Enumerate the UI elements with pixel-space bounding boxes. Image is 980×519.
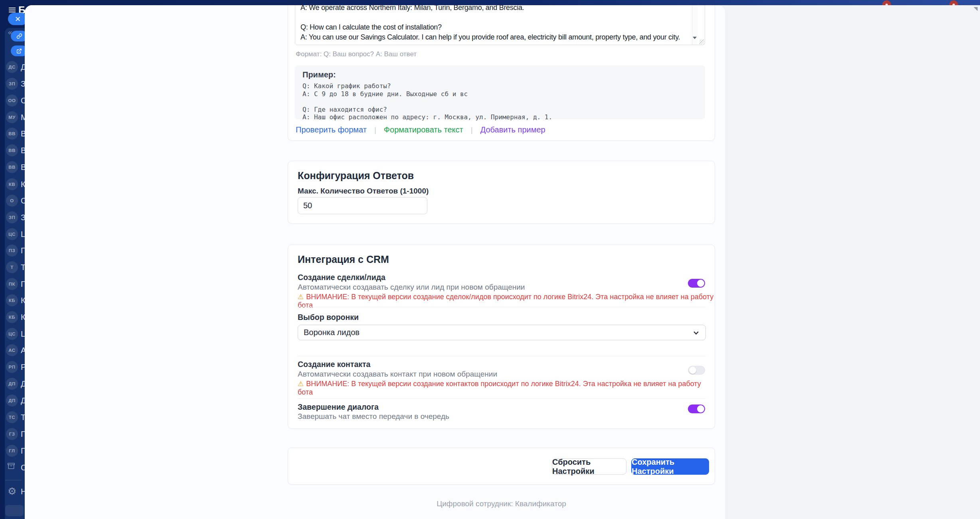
avatar: ВВ <box>6 128 18 140</box>
crm-title: Интеграция с CRM <box>298 254 389 265</box>
close-icon: ✕ <box>15 15 21 24</box>
finish-label: Завершение диалога <box>298 403 379 412</box>
avatar: ГЗ <box>6 428 18 440</box>
format-text-link[interactable]: Форматировать текст <box>384 125 463 134</box>
funnel-select[interactable]: Воронка лидов <box>298 325 706 340</box>
link-icon <box>16 33 22 39</box>
answers-title: Конфигурация Ответов <box>298 170 414 182</box>
max-answers-label: Макс. Количество Ответов (1-1000) <box>298 187 429 195</box>
gear-icon: ⚙ <box>8 486 16 496</box>
funnel-select-value: Воронка лидов <box>304 328 360 337</box>
deal-label: Создание сделки/лида <box>298 273 385 282</box>
contact-desc: Автоматически создавать контакт при ново… <box>298 370 497 379</box>
screen: Б « ДСДЗПЗОООМУМВВВВВВВВВКВКООЗПЗЦСЦПЗПТ… <box>0 0 980 519</box>
avatar: ДС <box>6 61 18 73</box>
avatar: КБ <box>6 311 18 323</box>
separator: | <box>374 126 376 134</box>
top-bar <box>0 0 980 5</box>
storage-icon <box>8 462 15 471</box>
avatar: ЗП <box>6 211 18 223</box>
divider <box>298 356 706 356</box>
avatar: Т <box>6 261 18 273</box>
contact-label: Создание контакта <box>298 360 370 369</box>
faq-actions: Проверить формат | Форматировать текст |… <box>296 125 545 134</box>
external-link-icon <box>16 48 22 54</box>
chevron-down-icon <box>694 330 698 334</box>
resize-grip-icon[interactable] <box>699 39 704 44</box>
settings-slider: ◥ A: We operate across Northern Italy: M… <box>25 5 980 519</box>
divider <box>298 399 706 399</box>
sidebar-divider <box>5 480 22 480</box>
contact-warning: ⚠ВНИМАНИЕ: В текущей версии создание кон… <box>298 380 715 397</box>
example-box: Пример: Q: Какой график работы? A: С 9 д… <box>295 65 705 119</box>
app-footer-caption: Цифровой сотрудник: Квалификатор <box>288 499 715 508</box>
warning-icon: ⚠ <box>298 380 304 388</box>
actions-card: Сбросить Настройки Сохранить Настройки <box>288 448 715 485</box>
avatar: ЦС <box>6 228 18 240</box>
deal-toggle[interactable] <box>688 279 705 288</box>
crm-card: Интеграция с CRM Создание сделки/лида Ав… <box>288 245 715 429</box>
avatar: ЦС <box>6 328 18 340</box>
funnel-label: Выбор воронки <box>298 313 359 322</box>
reset-settings-button[interactable]: Сбросить Настройки <box>552 458 626 475</box>
add-example-link[interactable]: Добавить пример <box>480 125 545 134</box>
avatar: ВВ <box>6 161 18 173</box>
avatar: ТС <box>6 411 18 423</box>
corner-grip-icon: ◥ <box>974 6 978 11</box>
check-format-link[interactable]: Проверить формат <box>296 125 367 134</box>
avatar: КВ <box>6 178 18 190</box>
divider <box>298 307 706 307</box>
max-answers-input[interactable] <box>298 197 427 214</box>
avatar: РП <box>6 361 18 373</box>
avatar: КБ <box>6 294 18 306</box>
avatar: МУ <box>6 111 18 123</box>
finish-desc: Завершать чат вместо передачи в очередь <box>298 412 449 421</box>
deal-desc: Автоматически создавать сделку или лид п… <box>298 283 525 292</box>
menu-icon[interactable] <box>9 8 16 12</box>
avatar: ПК <box>6 278 18 290</box>
avatar: ВВ <box>6 144 18 156</box>
scroll-down-icon[interactable] <box>693 37 697 39</box>
faq-card: A: We operate across Northern Italy: Mil… <box>288 5 715 141</box>
textarea-scrollbar[interactable] <box>692 5 698 45</box>
avatar: О <box>6 195 18 207</box>
avatar: ДП <box>6 395 18 407</box>
format-hint: Формат: Q: Ваш вопрос? A: Ваш ответ <box>296 50 417 58</box>
warning-icon: ⚠ <box>298 293 304 301</box>
avatar: АС <box>6 344 18 356</box>
settings-app: A: We operate across Northern Italy: Mil… <box>25 5 725 519</box>
finish-toggle[interactable] <box>688 405 705 413</box>
avatar: ЗП <box>6 78 18 90</box>
separator: | <box>471 126 473 134</box>
avatar: ОО <box>6 95 18 107</box>
avatar: ПЗ <box>6 245 18 257</box>
save-settings-button[interactable]: Сохранить Настройки <box>631 458 709 475</box>
avatar: ГЛ <box>6 445 18 457</box>
faq-textarea[interactable]: A: We operate across Northern Italy: Mil… <box>295 5 705 45</box>
sidebar: Б « ДСДЗПЗОООМУМВВВВВВВВВКВКООЗПЗЦСЦПЗПТ… <box>0 0 25 519</box>
sidebar-bottom-button[interactable] <box>5 505 24 516</box>
answers-card: Конфигурация Ответов Макс. Количество От… <box>288 161 715 224</box>
avatar: ДП <box>6 378 18 390</box>
example-text: Q: Какой график работы? A: С 9 до 18 в б… <box>302 82 552 121</box>
contact-toggle[interactable] <box>688 366 705 375</box>
example-title: Пример: <box>302 70 336 79</box>
